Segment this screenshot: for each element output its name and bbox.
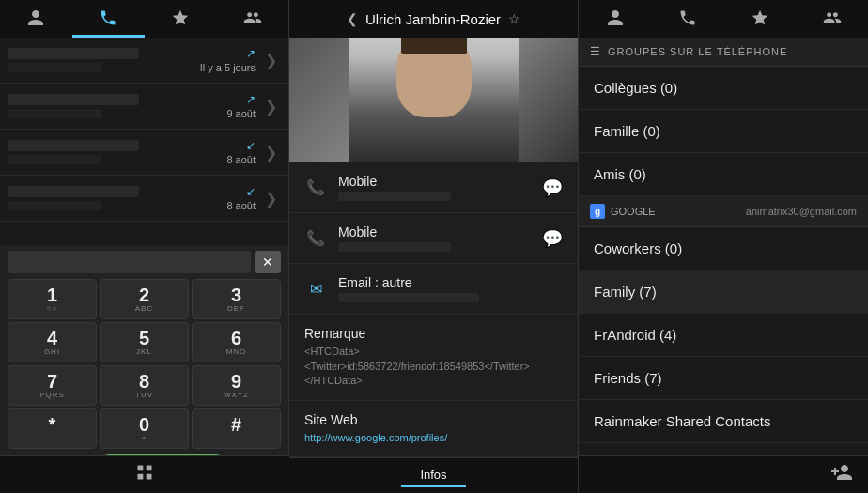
- email-value: [338, 293, 479, 302]
- call-item-chevron[interactable]: ❯: [261, 140, 281, 165]
- phone-icon-2: 📞: [304, 227, 327, 250]
- email-icon: ✉: [304, 278, 327, 300]
- call-item-sub-blur: [8, 109, 101, 118]
- call-item-name-blur: [8, 94, 139, 105]
- call-item-time: ↙ 8 août: [226, 185, 256, 211]
- phone-groups-header: ☰ GROUPES SUR LE TÉLÉPHONE: [579, 38, 868, 67]
- left-bottom-bar: [0, 455, 289, 493]
- contact-photo: [289, 38, 578, 162]
- contact-header-bar: ❮ Ulrich Jambrin-Rozier ☆: [289, 0, 579, 38]
- google-email: animatrix30@gmail.com: [746, 206, 857, 217]
- groups-header-icon: ☰: [590, 45, 600, 58]
- group-item-collegues[interactable]: Collègues (0): [579, 67, 868, 110]
- phone-groups-title: GROUPES SUR LE TÉLÉPHONE: [608, 46, 787, 57]
- tab-info[interactable]: Infos: [401, 464, 465, 487]
- dial-key-2[interactable]: 2ABC: [100, 279, 189, 319]
- add-contact-icon[interactable]: [830, 461, 853, 488]
- dial-key-8[interactable]: 8TUV: [100, 365, 189, 406]
- google-groups-header: g GOOGLE animatrix30@gmail.com: [579, 196, 868, 227]
- call-log-item[interactable]: ↙ 8 août ❯: [0, 176, 288, 222]
- google-label: GOOGLE: [611, 206, 746, 217]
- email-label: Email : autre: [338, 275, 563, 290]
- dialpad-clear-button[interactable]: ✕: [255, 251, 281, 273]
- contact-name-header: Ulrich Jambrin-Rozier: [365, 11, 501, 27]
- call-log-item[interactable]: ↙ 8 août ❯: [0, 130, 288, 176]
- contact-email-field: ✉ Email : autre: [289, 264, 578, 315]
- phone-action-1[interactable]: 💬: [542, 177, 563, 198]
- dial-key-star[interactable]: *: [8, 408, 97, 449]
- call-item-time: ↗ Il y a 5 jours: [200, 47, 256, 73]
- contact-detail-panel: 📞 Mobile 💬 📞 Mobile 💬 ✉ Email : autre: [289, 38, 579, 493]
- tab-calls-left[interactable]: [72, 0, 145, 38]
- call-item-time: ↗ 9 août: [226, 93, 256, 119]
- call-item-chevron[interactable]: ❯: [261, 48, 281, 73]
- call-log-item[interactable]: ↗ 9 août ❯: [0, 84, 288, 130]
- phone-field-content-2: Mobile: [338, 224, 542, 252]
- google-icon: g: [590, 204, 605, 219]
- group-item-famille[interactable]: Famille (0): [579, 110, 868, 153]
- phone-icon-1: 📞: [304, 177, 327, 199]
- left-panel: ↗ Il y a 5 jours ❯ ↗ 9 août ❯: [0, 38, 289, 493]
- dial-key-hash[interactable]: #: [192, 408, 281, 449]
- dialpad-grid: 1○○ 2ABC 3DEF 4GHI 5JKL 6MNO 7PQRS 8TUV …: [8, 279, 281, 449]
- call-log-list: ↗ Il y a 5 jours ❯ ↗ 9 août ❯: [0, 38, 288, 245]
- email-field-content: Email : autre: [338, 275, 563, 302]
- dialpad-input-row: ✕: [8, 251, 281, 273]
- group-item-coworkers[interactable]: Coworkers (0): [579, 227, 868, 270]
- call-item-chevron[interactable]: ❯: [261, 94, 281, 119]
- call-item-sub-blur: [8, 201, 101, 210]
- grid-icon[interactable]: [135, 463, 154, 486]
- tab-contacts-left[interactable]: [0, 0, 72, 38]
- dial-key-0[interactable]: 0+: [100, 408, 189, 449]
- phone-value-1: [338, 192, 451, 201]
- dial-key-5[interactable]: 5JKL: [100, 322, 189, 362]
- dial-key-4[interactable]: 4GHI: [8, 322, 97, 362]
- dial-key-9[interactable]: 9WXYZ: [192, 365, 281, 406]
- left-nav-tabs: [0, 0, 289, 38]
- back-chevron[interactable]: ❮: [347, 11, 358, 26]
- group-item-amis[interactable]: Amis (0): [579, 153, 868, 196]
- phone-field-content-1: Mobile: [338, 174, 542, 201]
- call-item-sub-blur: [8, 155, 101, 164]
- favorite-star[interactable]: ☆: [508, 11, 520, 26]
- dial-key-6[interactable]: 6MNO: [192, 322, 281, 362]
- right-bottom-bar: [579, 455, 868, 493]
- group-item-rainmaker[interactable]: Rainmaker Shared Contacts: [579, 400, 868, 443]
- website-label: Site Web: [304, 412, 563, 427]
- top-navigation: ❮ Ulrich Jambrin-Rozier ☆: [0, 0, 868, 38]
- call-item-info: [8, 140, 226, 164]
- tab-favorites-left[interactable]: [145, 0, 217, 38]
- tab-contacts-right[interactable]: [579, 0, 651, 38]
- dial-key-7[interactable]: 7PQRS: [8, 365, 97, 406]
- note-label: Remarque: [304, 326, 563, 341]
- phone-label-2: Mobile: [338, 224, 542, 239]
- group-item-frandroid[interactable]: FrAndroid (4): [579, 314, 868, 357]
- dial-key-1[interactable]: 1○○: [8, 279, 97, 319]
- call-item-name-blur: [8, 48, 139, 59]
- group-item-family[interactable]: Family (7): [579, 270, 868, 314]
- tab-groups-right[interactable]: [796, 0, 868, 38]
- contact-phone-field-2: 📞 Mobile 💬: [289, 213, 578, 264]
- tab-favorites-right[interactable]: [723, 0, 796, 38]
- groups-panel: ☰ GROUPES SUR LE TÉLÉPHONE Collègues (0)…: [579, 38, 868, 493]
- call-item-name-blur: [8, 140, 139, 151]
- note-value: <HTCData><Twitter>id:5863722/friendof:18…: [304, 345, 563, 388]
- right-nav-tabs: [579, 0, 868, 38]
- phone-value-2: [338, 242, 451, 252]
- call-item-name-blur: [8, 186, 139, 197]
- main-content: ↗ Il y a 5 jours ❯ ↗ 9 août ❯: [0, 38, 868, 493]
- phone-label-1: Mobile: [338, 174, 542, 189]
- call-item-time: ↙ 8 août: [226, 139, 256, 165]
- phone-action-2[interactable]: 💬: [542, 228, 563, 249]
- tab-calls-right[interactable]: [651, 0, 723, 38]
- contact-website-field: Site Web http://www.google.com/profiles/: [289, 401, 578, 457]
- group-item-friends[interactable]: Friends (7): [579, 357, 868, 400]
- dial-key-3[interactable]: 3DEF: [192, 279, 281, 319]
- tab-groups-left[interactable]: [216, 0, 288, 38]
- contact-tab-bar: Infos: [289, 457, 578, 493]
- call-log-item[interactable]: ↗ Il y a 5 jours ❯: [0, 38, 288, 84]
- website-value[interactable]: http://www.google.com/profiles/: [304, 431, 563, 445]
- call-item-info: [8, 94, 226, 118]
- dialpad-input[interactable]: [8, 251, 251, 273]
- call-item-chevron[interactable]: ❯: [261, 186, 281, 211]
